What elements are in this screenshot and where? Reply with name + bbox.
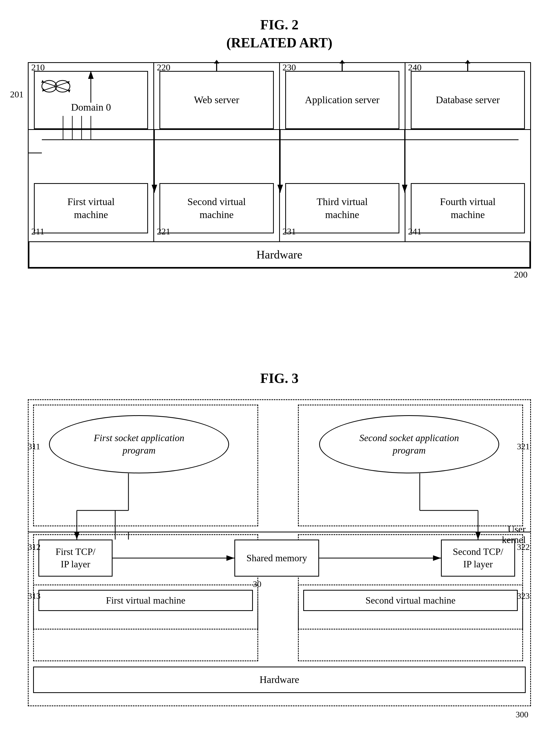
arrow-app-up — [341, 63, 343, 71]
server-box-2: Application server — [285, 71, 399, 129]
ref-241: 241 — [408, 226, 422, 237]
vm-box-0: First virtual machine — [34, 183, 148, 234]
right-socket-ellipse: Second socket application program — [319, 415, 499, 474]
fig2-outer: Hardware 210 — [28, 62, 531, 269]
ref-221: 221 — [157, 226, 170, 237]
ref-311: 311 — [28, 442, 40, 452]
fig3-title: FIG. 3 — [21, 371, 538, 386]
ref-201: 201 — [10, 89, 24, 100]
server-box-1: Web server — [159, 71, 274, 129]
vm-box-3: Fourth virtual machine — [411, 183, 525, 234]
vm-box-2: Third virtual machine — [285, 183, 399, 234]
shared-memory-box: Shared memory — [234, 540, 319, 576]
ref-312: 312 — [28, 542, 41, 552]
fig3-diagram: 300 Hardware First virtual machine 313 S… — [28, 399, 531, 717]
fig2-title: FIG. 2 (RELATED ART) — [21, 16, 538, 52]
left-socket-ellipse: First socket application program — [49, 415, 229, 474]
user-kernel-line — [28, 532, 531, 532]
ref-200: 200 — [514, 270, 528, 280]
left-tcp-box: First TCP/ IP layer — [39, 540, 112, 576]
fig2-section: FIG. 2 (RELATED ART) Hardware 210 — [21, 16, 538, 269]
arrow-db-up — [467, 63, 468, 71]
fig3-section: FIG. 3 300 Hardware First virtual machin… — [21, 371, 538, 717]
fig3-hardware: Hardware — [33, 667, 526, 693]
ref-211: 211 — [31, 226, 45, 237]
kernel-label: kernel — [502, 534, 526, 545]
vm-col-3: 240 Database server Fourth virtual machi… — [405, 63, 530, 241]
ref-231: 231 — [283, 226, 296, 237]
vm-box-1: Second virtual machine — [159, 183, 274, 234]
ref-300: 300 — [516, 710, 528, 720]
server-box-0: Domain 0 — [34, 71, 148, 129]
vm-col-1: 220 Web server Second virtual machine 22… — [154, 63, 280, 241]
router-icon — [40, 76, 72, 97]
server-box-3: Database server — [411, 71, 525, 129]
arrow-web-up — [216, 63, 217, 71]
ref-321: 321 — [517, 442, 530, 452]
ref-30: 30 — [253, 579, 261, 589]
vm-columns: 210 D — [29, 63, 530, 241]
vm-col-0: 210 D — [29, 63, 154, 241]
vm-col-2: 230 Application server Third virtual mac… — [280, 63, 405, 241]
user-label: User — [508, 524, 526, 535]
hardware-bar: Hardware — [29, 241, 530, 268]
